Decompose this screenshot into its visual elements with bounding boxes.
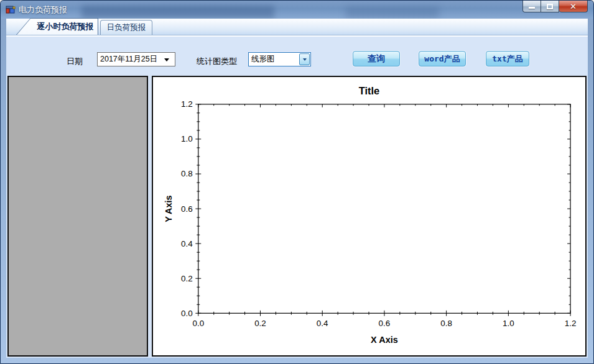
app-icon [6,5,16,15]
svg-text:1.2: 1.2 [181,99,193,109]
chart-type-combobox[interactable]: 线形图 [248,52,311,66]
app-window: 电力负荷预报 ✕ 逐小时负荷预报 日负荷预报 日期 2017年11月25日 统计… [0,0,594,364]
chart-type-label: 统计图类型 [197,56,237,67]
close-button[interactable]: ✕ [559,1,588,12]
date-picker[interactable]: 2017年11月25日 [97,52,175,66]
tab-daily-load-forecast[interactable]: 日负荷预报 [100,20,152,35]
tab-hourly-load-forecast[interactable]: 逐小时负荷预报 [16,18,98,35]
left-panel [7,76,148,357]
close-icon: ✕ [570,2,577,11]
title-bar[interactable]: 电力负荷预报 ✕ [1,1,593,19]
dropdown-arrow-icon [164,58,169,61]
svg-text:1.0: 1.0 [503,319,514,328]
maximize-button[interactable] [541,1,559,12]
date-value: 2017年11月25日 [100,54,157,65]
svg-text:1.0: 1.0 [181,134,193,143]
word-product-button[interactable]: word产品 [419,51,466,66]
dropdown-arrow-icon [303,58,307,61]
minimize-icon [529,7,535,9]
svg-text:0.4: 0.4 [317,319,328,328]
svg-text:0.2: 0.2 [254,319,266,328]
y-axis-label: Y Axis [164,195,174,222]
svg-text:0.0: 0.0 [192,319,204,328]
svg-text:0.4: 0.4 [181,239,193,248]
toolbar: 日期 2017年11月25日 统计图类型 线形图 查询 word产品 txt产品 [6,35,588,74]
tab-page-content: 0.00.20.40.60.81.01.20.00.20.40.60.81.01… [6,74,588,358]
svg-text:0.2: 0.2 [181,274,193,283]
query-button[interactable]: 查询 [353,51,400,66]
maximize-icon [547,4,553,9]
chart-type-value: 线形图 [251,54,275,65]
date-label: 日期 [67,56,83,67]
window-title: 电力负荷预报 [19,4,67,16]
svg-text:0.0: 0.0 [181,309,193,318]
x-axis-label: X Axis [371,335,398,345]
svg-text:1.2: 1.2 [565,319,577,328]
svg-text:0.6: 0.6 [181,204,193,214]
window-controls: ✕ [522,1,588,12]
tab-strip: 逐小时负荷预报 日负荷预报 [6,19,588,35]
svg-text:0.6: 0.6 [379,319,391,328]
combobox-dropdown-button[interactable] [299,53,310,65]
minimize-button[interactable] [522,1,541,12]
tab-label: 日负荷预报 [107,22,146,33]
tab-label: 逐小时负荷预报 [35,18,96,35]
txt-product-button[interactable]: txt产品 [486,51,529,66]
chart-panel: 0.00.20.40.60.81.01.20.00.20.40.60.81.01… [152,76,587,357]
svg-text:0.8: 0.8 [181,169,193,178]
chart-title: Title [359,85,379,96]
svg-text:0.8: 0.8 [440,319,452,328]
chart-svg[interactable]: 0.00.20.40.60.81.01.20.00.20.40.60.81.01… [153,77,585,355]
